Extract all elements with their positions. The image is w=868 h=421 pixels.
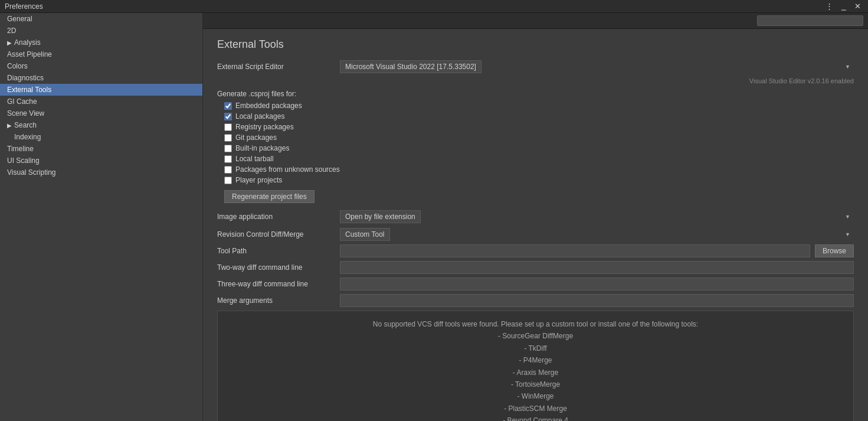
revision-control-label: Revision Control Diff/Merge xyxy=(217,230,335,239)
two-way-diff-label: Two-way diff command line xyxy=(217,263,335,272)
checkbox-label-unknown-sources: Packages from unknown sources xyxy=(235,165,340,174)
sidebar-item-gi-cache[interactable]: GI Cache xyxy=(0,96,202,107)
vcs-tool-item: - SourceGear DiffMerge xyxy=(225,330,846,342)
search-bar xyxy=(203,13,868,29)
checkbox-label-embedded: Embedded packages xyxy=(235,102,302,110)
checkbox-local-tarball[interactable] xyxy=(224,155,232,163)
vcs-tool-item: - Araxis Merge xyxy=(225,367,846,378)
sidebar-item-label-analysis: Analysis xyxy=(14,38,41,47)
checkbox-item-embedded: Embedded packages xyxy=(217,102,854,110)
checkbox-label-player-projects: Player projects xyxy=(235,176,282,184)
external-script-editor-dropdown-container: Microsoft Visual Studio 2022 [17.5.33502… xyxy=(340,60,854,73)
external-script-editor-label: External Script Editor xyxy=(217,63,335,71)
two-way-diff-input[interactable] xyxy=(340,261,854,274)
external-script-editor-select[interactable]: Microsoft Visual Studio 2022 [17.5.33502… xyxy=(340,60,482,73)
sidebar-item-colors[interactable]: Colors xyxy=(0,60,202,72)
sidebar-item-general[interactable]: General xyxy=(0,13,202,25)
checkbox-item-local-tarball: Local tarball xyxy=(217,155,854,163)
checkbox-local[interactable] xyxy=(224,113,232,120)
sidebar-item-timeline[interactable]: Timeline xyxy=(0,143,202,155)
generate-label: Generate .csproj files for: xyxy=(217,90,854,98)
sidebar-item-visual-scripting[interactable]: Visual Scripting xyxy=(0,167,202,178)
revision-control-dropdown-container: Custom Tool xyxy=(340,228,854,241)
vcs-tool-item: - TkDiff xyxy=(225,342,846,354)
checkbox-item-git: Git packages xyxy=(217,133,854,142)
checkbox-label-git: Git packages xyxy=(235,133,277,142)
vcs-tool-item: - P4Merge xyxy=(225,354,846,366)
checkbox-label-local: Local packages xyxy=(235,112,284,120)
sidebar-item-label-external-tools: External Tools xyxy=(7,86,51,94)
merge-arguments-label: Merge arguments xyxy=(217,296,335,305)
sidebar-item-label-colors: Colors xyxy=(7,62,28,70)
sidebar-item-label-ui-scaling: UI Scaling xyxy=(7,156,40,165)
checkbox-player-projects[interactable] xyxy=(224,177,232,184)
tool-path-label: Tool Path xyxy=(217,247,335,255)
sidebar-item-label-2d: 2D xyxy=(7,27,16,35)
vcs-message-line1: No supported VCS diff tools were found. … xyxy=(225,318,846,330)
two-way-diff-row: Two-way diff command line xyxy=(217,261,854,274)
tool-path-input[interactable] xyxy=(340,244,810,257)
image-application-row: Image application Open by file extension xyxy=(217,210,854,223)
regenerate-button[interactable]: Regenerate project files xyxy=(224,190,315,203)
checkbox-item-player-projects: Player projects xyxy=(217,176,854,184)
revision-control-row: Revision Control Diff/Merge Custom Tool xyxy=(217,228,854,241)
checkbox-builtin[interactable] xyxy=(224,145,232,152)
three-way-diff-input[interactable] xyxy=(340,278,854,291)
title-bar-controls: ⋮ ⎯ ✕ xyxy=(823,2,863,10)
search-input[interactable] xyxy=(757,15,863,26)
sidebar-item-label-asset-pipeline: Asset Pipeline xyxy=(7,50,52,58)
expand-icon-analysis: ▶ xyxy=(7,40,12,46)
vcs-tool-item: - WinMerge xyxy=(225,390,846,402)
vcs-tool-item: - TortoiseMerge xyxy=(225,378,846,390)
checkbox-embedded[interactable] xyxy=(224,102,232,110)
vcs-message-box: No supported VCS diff tools were found. … xyxy=(217,311,854,421)
sidebar-item-external-tools[interactable]: External Tools xyxy=(0,84,202,96)
browse-button[interactable]: Browse xyxy=(815,244,854,257)
sidebar-item-label-indexing: Indexing xyxy=(14,133,41,141)
sidebar-item-indexing[interactable]: Indexing xyxy=(0,131,202,143)
title-bar: Preferences ⋮ ⎯ ✕ xyxy=(0,0,868,13)
sidebar-item-asset-pipeline[interactable]: Asset Pipeline xyxy=(0,48,202,60)
checkbox-item-registry: Registry packages xyxy=(217,123,854,131)
image-application-label: Image application xyxy=(217,213,335,221)
sidebar-item-label-timeline: Timeline xyxy=(7,145,34,153)
three-way-diff-label: Three-way diff command line xyxy=(217,280,335,288)
checkbox-item-local: Local packages xyxy=(217,112,854,120)
checkbox-item-builtin: Built-in packages xyxy=(217,144,854,152)
checkbox-item-unknown-sources: Packages from unknown sources xyxy=(217,165,854,174)
sidebar-item-label-visual-scripting: Visual Scripting xyxy=(7,168,56,177)
checkbox-unknown-sources[interactable] xyxy=(224,166,232,174)
vcs-tool-item: - PlasticSCM Merge xyxy=(225,403,846,415)
checkbox-label-registry: Registry packages xyxy=(235,123,294,131)
sidebar-item-ui-scaling[interactable]: UI Scaling xyxy=(0,155,202,167)
generate-section: Generate .csproj files for: Embedded pac… xyxy=(217,90,854,203)
app-layout: General2D▶AnalysisAsset PipelineColorsDi… xyxy=(0,13,868,421)
revision-control-select[interactable]: Custom Tool xyxy=(340,228,390,241)
sidebar-item-diagnostics[interactable]: Diagnostics xyxy=(0,72,202,84)
tool-path-row: Tool Path Browse xyxy=(217,244,854,257)
sidebar-item-scene-view[interactable]: Scene View xyxy=(0,107,202,119)
merge-arguments-input[interactable] xyxy=(340,294,854,307)
sidebar-item-label-general: General xyxy=(7,15,32,23)
checkbox-git[interactable] xyxy=(224,134,232,142)
checkbox-list: Embedded packagesLocal packagesRegistry … xyxy=(217,102,854,184)
close-button[interactable]: ✕ xyxy=(852,2,863,10)
more-button[interactable]: ⋮ xyxy=(823,2,836,10)
content-area: External Tools External Script Editor Mi… xyxy=(203,29,868,421)
main-content: External Tools External Script Editor Mi… xyxy=(203,13,868,421)
sidebar-item-label-scene-view: Scene View xyxy=(7,109,44,118)
checkbox-label-local-tarball: Local tarball xyxy=(235,155,274,163)
minimize-button[interactable]: ⎯ xyxy=(839,2,849,10)
title-bar-title: Preferences xyxy=(5,2,43,11)
merge-arguments-row: Merge arguments xyxy=(217,294,854,307)
vcs-tool-item: - Beyond Compare 4 xyxy=(225,415,846,421)
three-way-diff-row: Three-way diff command line xyxy=(217,278,854,291)
editor-hint: Visual Studio Editor v2.0.16 enabled xyxy=(749,77,854,84)
sidebar-item-label-diagnostics: Diagnostics xyxy=(7,74,44,82)
sidebar-item-analysis[interactable]: ▶Analysis xyxy=(0,37,202,48)
checkbox-registry[interactable] xyxy=(224,123,232,131)
external-script-editor-row: External Script Editor Microsoft Visual … xyxy=(217,60,854,73)
sidebar-item-search[interactable]: ▶Search xyxy=(0,119,202,131)
sidebar-item-2d[interactable]: 2D xyxy=(0,25,202,37)
image-application-select[interactable]: Open by file extension xyxy=(340,210,421,223)
